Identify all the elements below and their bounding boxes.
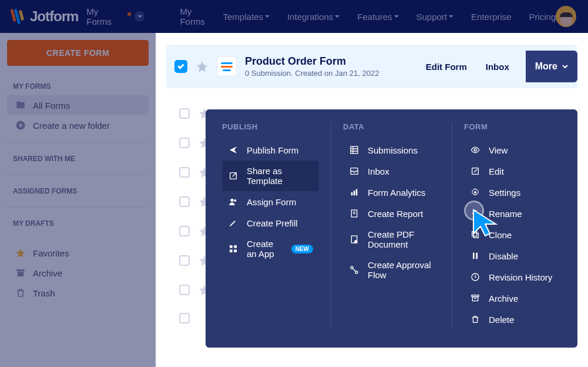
pause-icon: [470, 251, 481, 261]
clone-item[interactable]: Clone: [464, 224, 561, 245]
table-icon: [349, 145, 359, 155]
svg-point-9: [230, 199, 233, 202]
nav-my-forms[interactable]: My Forms: [180, 6, 205, 26]
edit-item[interactable]: Edit: [464, 161, 561, 182]
create-report-item[interactable]: Create Report: [343, 203, 440, 224]
sidebar-item-favorites[interactable]: Favorites: [7, 243, 149, 263]
submissions-item[interactable]: Submissions: [343, 139, 440, 161]
star-icon: [15, 248, 26, 258]
highlight-area: Product Order Form 0 Submission. Created…: [156, 33, 588, 367]
notification-dot-icon: [127, 12, 131, 16]
svg-rect-31: [476, 253, 478, 259]
svg-rect-17: [351, 192, 353, 195]
chevron-down-icon: [265, 15, 270, 18]
create-approval-item[interactable]: Create Approval Flow: [343, 255, 440, 285]
sidebar-item-archive[interactable]: Archive: [7, 263, 149, 283]
logo[interactable]: Jotform: [12, 8, 78, 25]
more-dropdown: PUBLISH Publish Form Share as Template A…: [206, 109, 577, 348]
clone-icon: [470, 229, 481, 240]
gear-icon: [470, 187, 481, 198]
form-checkbox[interactable]: [179, 196, 190, 207]
form-checkbox[interactable]: [179, 313, 190, 323]
nav-pricing[interactable]: Pricing: [529, 6, 556, 26]
plus-circle-icon: [15, 120, 26, 131]
trash-icon: [470, 314, 481, 325]
sidebar-item-trash[interactable]: Trash: [7, 283, 149, 303]
archive-item[interactable]: Archive: [464, 288, 561, 309]
form-checkbox[interactable]: [179, 108, 190, 119]
eye-icon: [470, 145, 481, 155]
svg-rect-30: [473, 253, 475, 259]
top-nav: Jotform My Forms My Forms Templates Inte…: [0, 0, 588, 33]
edit-icon: [470, 166, 481, 176]
nav-enterprise[interactable]: Enterprise: [471, 6, 511, 26]
edit-form-button[interactable]: Edit Form: [424, 51, 469, 82]
share-as-template-item[interactable]: Share as Template: [222, 161, 319, 191]
sidebar-header-shared: SHARED WITH ME: [7, 150, 149, 168]
nav-features[interactable]: Features: [357, 6, 398, 26]
nav-integrations[interactable]: Integrations: [287, 6, 340, 26]
create-prefill-item[interactable]: Create Prefill: [222, 212, 319, 233]
svg-rect-11: [230, 245, 233, 248]
inbox-button[interactable]: Inbox: [483, 51, 512, 82]
card-more-button[interactable]: More: [526, 51, 577, 82]
new-badge: NEW: [291, 245, 313, 253]
svg-rect-33: [472, 295, 479, 297]
dropdown-header-publish: PUBLISH: [222, 122, 319, 131]
check-icon: [177, 62, 184, 69]
sidebar-header-assigned: ASSIGNED FORMS: [7, 182, 149, 200]
nav-support[interactable]: Support: [416, 6, 454, 26]
svg-rect-14: [234, 249, 237, 252]
sidebar-header-drafts: MY DRAFTS: [7, 215, 149, 232]
users-icon: [228, 196, 238, 207]
form-checkbox[interactable]: [179, 285, 190, 295]
logo-icon: [12, 9, 23, 24]
sidebar-item-all-forms[interactable]: All Forms: [7, 95, 149, 115]
pdf-icon: [349, 234, 359, 245]
view-item[interactable]: View: [464, 139, 561, 161]
archive-icon: [15, 268, 26, 278]
form-checkbox[interactable]: [179, 226, 190, 236]
favorite-toggle[interactable]: [196, 60, 209, 73]
avatar[interactable]: [556, 6, 576, 27]
form-checkbox[interactable]: [179, 255, 190, 266]
external-icon: [228, 171, 238, 181]
archive-icon: [470, 293, 481, 303]
chevron-down-icon: [394, 15, 399, 18]
rename-item[interactable]: Rename: [464, 203, 561, 224]
myforms-dropdown[interactable]: My Forms: [86, 6, 145, 26]
dropdown-header-data: DATA: [343, 122, 440, 131]
svg-point-10: [234, 199, 236, 202]
svg-rect-19: [356, 189, 358, 196]
form-subtitle: 0 Submission. Created on Jan 21, 2022: [245, 69, 379, 78]
create-pdf-item[interactable]: Create PDF Document: [343, 224, 440, 255]
form-checkbox[interactable]: [174, 60, 187, 73]
create-form-button[interactable]: CREATE FORM: [7, 40, 149, 66]
form-analytics-item[interactable]: Form Analytics: [343, 182, 440, 203]
sidebar-header-myforms: MY FORMS: [7, 78, 149, 95]
form-checkbox[interactable]: [179, 138, 190, 148]
sidebar-item-new-folder[interactable]: Create a new folder: [7, 115, 149, 135]
flow-icon: [349, 265, 359, 275]
nav-templates[interactable]: Templates: [223, 6, 270, 26]
analytics-icon: [349, 187, 359, 198]
disable-item[interactable]: Disable: [464, 245, 561, 266]
history-icon: [470, 272, 481, 282]
form-card[interactable]: Product Order Form 0 Submission. Created…: [166, 45, 577, 88]
apps-icon: [228, 243, 238, 254]
inbox-icon: [349, 166, 359, 176]
form-title: Product Order Form: [245, 55, 379, 68]
inbox-item[interactable]: Inbox: [343, 161, 440, 182]
svg-point-25: [474, 149, 476, 151]
chevron-down-icon: [335, 15, 340, 18]
assign-form-item[interactable]: Assign Form: [222, 191, 319, 212]
publish-form-item[interactable]: Publish Form: [222, 139, 319, 161]
revision-history-item[interactable]: Revision History: [464, 266, 561, 288]
settings-item[interactable]: Settings: [464, 182, 561, 203]
form-checkbox[interactable]: [179, 167, 190, 178]
svg-rect-13: [230, 249, 233, 252]
delete-item[interactable]: Delete: [464, 309, 561, 330]
create-app-item[interactable]: Create an AppNEW: [222, 233, 319, 264]
svg-rect-28: [473, 233, 478, 238]
rename-icon: [470, 208, 481, 219]
